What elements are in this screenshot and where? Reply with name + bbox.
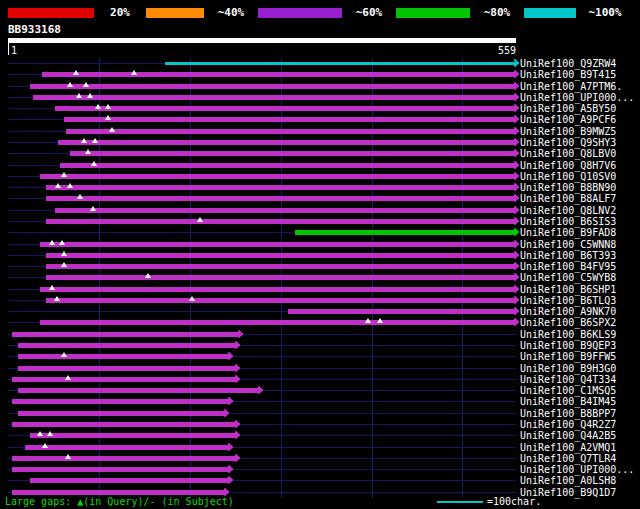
hit-name[interactable]: UniRef100_Q9ZRW4: [520, 58, 616, 69]
alignment-bar[interactable]: [55, 106, 516, 111]
hit-name[interactable]: UniRef100_Q9SHY3: [520, 137, 616, 148]
alignment-bar[interactable]: [12, 332, 240, 337]
hit-row: UniRef100_Q8LBV0: [0, 148, 640, 159]
hit-row: UniRef100_A7PTM6.: [0, 81, 640, 92]
alignment-bar[interactable]: [66, 129, 516, 134]
gap-marker-icon: [105, 115, 111, 120]
hit-row: UniRef100_Q4A2B5: [0, 430, 640, 441]
hit-name[interactable]: UniRef100_B9FFW5: [520, 351, 616, 362]
hit-name[interactable]: UniRef100_B9FAD8: [520, 227, 616, 238]
alignment-bar[interactable]: [25, 445, 230, 450]
query-end-label: 559: [480, 45, 516, 56]
hit-name[interactable]: UniRef100_B4FV95: [520, 261, 616, 272]
alignment-bar[interactable]: [40, 174, 516, 179]
alignment-bar[interactable]: [40, 287, 516, 292]
identity-color-key: 20%~40%~60%~80%~100%: [8, 8, 634, 18]
hit-name[interactable]: UniRef100_C5WYB8: [520, 272, 616, 283]
alignment-bar[interactable]: [12, 490, 226, 495]
alignment-bar[interactable]: [12, 399, 230, 404]
hit-name[interactable]: UniRef100_Q4A2B5: [520, 430, 616, 441]
alignment-bar[interactable]: [12, 456, 237, 461]
alignment-bar[interactable]: [40, 320, 516, 325]
alignment-bar[interactable]: [55, 208, 516, 213]
hit-name[interactable]: UniRef100_Q4T334: [520, 374, 616, 385]
hit-row: UniRef100_Q9ZRW4: [0, 58, 640, 69]
gap-marker-icon: [47, 431, 53, 436]
hit-name[interactable]: UniRef100_Q8LNV2: [520, 205, 616, 216]
hit-name[interactable]: UniRef100_B6SHP1: [520, 284, 616, 295]
alignment-bar[interactable]: [46, 185, 516, 190]
key-color-swatch: [396, 8, 470, 18]
hit-name[interactable]: UniRef100_Q8LBV0: [520, 148, 616, 159]
hit-row: UniRef100_Q9SHY3: [0, 137, 640, 148]
hit-name[interactable]: UniRef100_A5BY50: [520, 103, 616, 114]
hit-name[interactable]: UniRef100_B6SIS3: [520, 216, 616, 227]
hit-name[interactable]: UniRef100_A7PTM6.: [520, 81, 622, 92]
alignment-bar[interactable]: [12, 422, 237, 427]
gap-marker-icon: [92, 138, 98, 143]
hit-name[interactable]: UniRef100_B9T415: [520, 69, 616, 80]
hit-name[interactable]: UniRef100_B9H3G0: [520, 363, 616, 374]
hit-name[interactable]: UniRef100_B8ALF7: [520, 193, 616, 204]
alignment-bar[interactable]: [46, 196, 516, 201]
alignment-bar[interactable]: [46, 298, 516, 303]
alignment-bar[interactable]: [46, 275, 516, 280]
alignment-bar[interactable]: [46, 219, 516, 224]
alignment-bar[interactable]: [18, 388, 260, 393]
alignment-bar[interactable]: [30, 478, 230, 483]
key-color-swatch: [146, 8, 204, 18]
alignment-bar[interactable]: [18, 411, 226, 416]
hit-row: UniRef100_B9T415: [0, 69, 640, 80]
alignment-bar[interactable]: [295, 230, 516, 235]
alignment-bar[interactable]: [42, 72, 516, 77]
alignment-bar[interactable]: [12, 467, 230, 472]
blast-graphical-overview: 20%~40%~60%~80%~100% BB933168 1 559 UniR…: [0, 0, 640, 509]
alignment-bar[interactable]: [12, 377, 237, 382]
hit-name[interactable]: UniRef100_A9PCF6: [520, 114, 616, 125]
alignment-bar[interactable]: [46, 264, 516, 269]
hit-name[interactable]: UniRef100_A2VMQ1: [520, 442, 616, 453]
alignment-bar[interactable]: [40, 242, 516, 247]
alignment-bar[interactable]: [58, 140, 516, 145]
alignment-bar[interactable]: [46, 253, 516, 258]
hit-name[interactable]: UniRef100_Q10SV0: [520, 171, 616, 182]
hit-name[interactable]: UniRef100_B9MWZ5: [520, 126, 616, 137]
alignment-bar[interactable]: [30, 433, 237, 438]
hit-name[interactable]: UniRef100_B8BN90: [520, 182, 616, 193]
hit-row: UniRef100_Q7TLR4: [0, 453, 640, 464]
alignment-bar[interactable]: [288, 309, 516, 314]
alignment-bar[interactable]: [30, 84, 516, 89]
alignment-bar[interactable]: [18, 366, 237, 371]
key-percent-label: ~100%: [576, 8, 634, 18]
hit-name[interactable]: UniRef100_B6SPX2: [520, 317, 616, 328]
hit-name[interactable]: UniRef100_B9QEP3: [520, 340, 616, 351]
hit-name[interactable]: UniRef100_UPI000...: [520, 92, 634, 103]
hit-name[interactable]: UniRef100_Q7TLR4: [520, 453, 616, 464]
hit-name[interactable]: UniRef100_B8BPP7: [520, 408, 616, 419]
hit-name[interactable]: UniRef100_B6KLS9: [520, 329, 616, 340]
key-color-swatch: [258, 8, 342, 18]
hit-row: UniRef100_UPI000...: [0, 464, 640, 475]
hit-name[interactable]: UniRef100_A9NK70: [520, 306, 616, 317]
hit-row: UniRef100_B9FAD8: [0, 227, 640, 238]
hit-name[interactable]: UniRef100_B6TLQ3: [520, 295, 616, 306]
hit-name[interactable]: UniRef100_B4IM45: [520, 396, 616, 407]
alignment-bar[interactable]: [70, 151, 516, 156]
hit-name[interactable]: UniRef100_A0LSH8: [520, 475, 616, 486]
hit-row: UniRef100_B8ALF7: [0, 193, 640, 204]
alignment-bar[interactable]: [165, 62, 516, 65]
hit-name[interactable]: UniRef100_UPI000...: [520, 464, 634, 475]
hit-name[interactable]: UniRef100_Q4R2Z7: [520, 419, 616, 430]
gap-marker-icon: [61, 172, 67, 177]
alignment-bar[interactable]: [64, 117, 516, 122]
gap-marker-icon: [42, 443, 48, 448]
hit-name[interactable]: UniRef100_C5WNN8: [520, 239, 616, 250]
hit-name[interactable]: UniRef100_B6T393: [520, 250, 616, 261]
alignment-bar[interactable]: [33, 95, 516, 100]
hit-name[interactable]: UniRef100_C1MSQ5: [520, 385, 616, 396]
alignment-bar[interactable]: [18, 343, 237, 348]
hit-row: UniRef100_C1MSQ5: [0, 385, 640, 396]
alignment-bar[interactable]: [18, 354, 230, 359]
alignment-bar[interactable]: [60, 163, 516, 168]
hit-name[interactable]: UniRef100_Q8H7V6: [520, 160, 616, 171]
